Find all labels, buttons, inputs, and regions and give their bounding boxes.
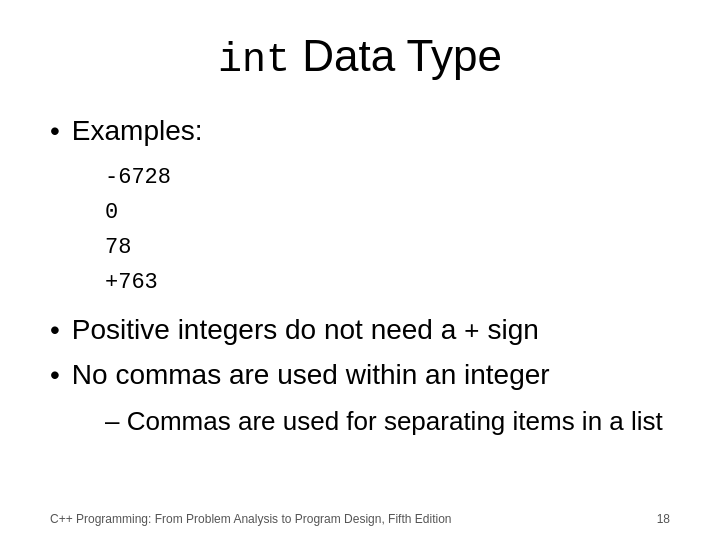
bullet-dot-3: • [50, 356, 60, 394]
positive-text-before: Positive integers do not need a [72, 314, 464, 345]
title-mono: int [218, 38, 290, 83]
code-line-1: -6728 [105, 161, 670, 194]
slide: int Data Type • Examples: -6728 0 78 +76… [0, 0, 720, 540]
bullet-dot-2: • [50, 311, 60, 349]
examples-label: Examples: [72, 113, 203, 149]
positive-text-after: sign [480, 314, 539, 345]
positive-integers-text: Positive integers do not need a + sign [72, 311, 539, 350]
code-line-2: 0 [105, 196, 670, 229]
bullet-dot-1: • [50, 113, 60, 149]
no-commas-bullet: • No commas are used within an integer [50, 356, 670, 394]
commas-sub-bullet: – Commas are used for separating items i… [105, 404, 670, 439]
code-line-4: +763 [105, 266, 670, 299]
title-sans: Data Type [290, 31, 502, 80]
code-examples-list: -6728 0 78 +763 [105, 161, 670, 299]
footer-page-number: 18 [657, 512, 670, 526]
code-line-3: 78 [105, 231, 670, 264]
no-commas-text: No commas are used within an integer [72, 356, 550, 394]
slide-content: • Examples: -6728 0 78 +763 • Positive i… [50, 113, 670, 510]
examples-bullet: • Examples: [50, 113, 670, 149]
slide-footer: C++ Programming: From Problem Analysis t… [50, 512, 670, 526]
footer-title: C++ Programming: From Problem Analysis t… [50, 512, 451, 526]
plus-sign-code: + [464, 317, 480, 347]
slide-title: int Data Type [50, 30, 670, 85]
positive-integers-bullet: • Positive integers do not need a + sign [50, 311, 670, 350]
